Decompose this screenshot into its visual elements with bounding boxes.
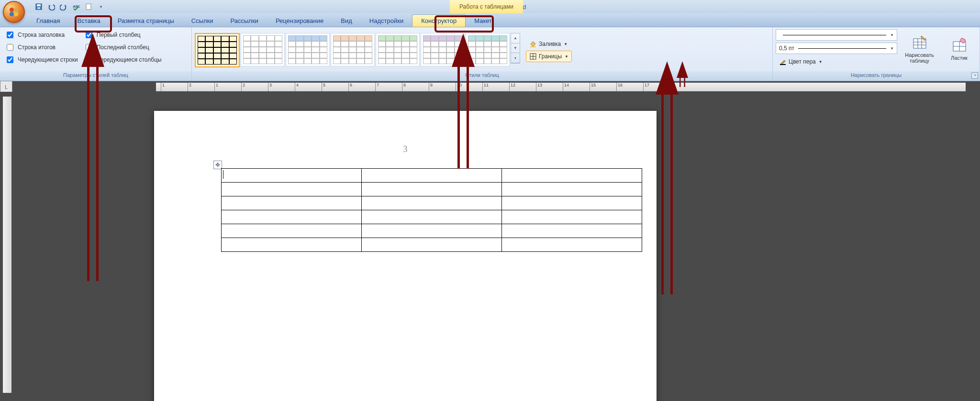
contextual-tab-title: Работа с таблицами: [450, 0, 523, 13]
tab-addins[interactable]: Надстройки: [361, 15, 412, 27]
pen-icon: [779, 58, 787, 65]
tab-home[interactable]: Главная: [28, 15, 68, 27]
group-label-styles: Стили таблиц: [192, 71, 772, 81]
chevron-down-icon: ▼: [890, 46, 894, 51]
page-number: 3: [403, 144, 408, 154]
svg-text:ABC: ABC: [73, 4, 80, 9]
table-style-item[interactable]: [286, 33, 330, 66]
spellcheck-icon: ABC: [72, 3, 80, 11]
chevron-down-icon: ▼: [564, 42, 568, 46]
group-label-options: Параметры стилей таблиц: [0, 71, 191, 81]
new-doc-button[interactable]: [83, 1, 94, 12]
chk-banded-rows[interactable]: Чередующиеся строки: [5, 55, 78, 65]
borders-icon: [529, 53, 537, 60]
svg-rect-6: [37, 7, 40, 9]
group-draw-borders: ▼ 0,5 пт▼ Цвет пера▼ Нарисовать таблицу …: [773, 27, 980, 81]
table-row[interactable]: [222, 210, 642, 224]
chk-header-row[interactable]: Строка заголовка: [5, 30, 78, 40]
chevron-down-icon: ▼: [890, 33, 894, 37]
tab-insert[interactable]: Вставка: [68, 15, 109, 27]
gallery-down-icon[interactable]: ▼: [511, 43, 520, 54]
ribbon-tabs: Главная Вставка Разметка страницы Ссылки…: [0, 13, 980, 27]
quick-access-toolbar: ABC ▼: [33, 1, 106, 12]
gallery-up-icon[interactable]: ▲: [511, 33, 520, 43]
undo-icon: [47, 3, 55, 11]
tab-references[interactable]: Ссылки: [183, 15, 222, 27]
redo-button[interactable]: [58, 1, 69, 12]
tab-mailings[interactable]: Рассылки: [222, 15, 267, 27]
pen-color-button[interactable]: Цвет пера▼: [776, 56, 897, 67]
draw-table-icon: [912, 35, 927, 50]
tab-review[interactable]: Рецензирование: [267, 15, 332, 27]
office-logo-icon: [9, 7, 19, 17]
svg-rect-5: [37, 4, 41, 6]
group-table-styles: ▲▼▾ Заливка▼ Границы▼ Стили таблиц: [192, 27, 773, 81]
table-style-item[interactable]: [376, 33, 420, 66]
redo-icon: [60, 3, 67, 11]
table-row[interactable]: [222, 183, 642, 196]
save-icon: [35, 3, 43, 11]
tab-table-design[interactable]: Конструктор: [412, 14, 466, 27]
svg-rect-8: [86, 4, 91, 10]
gallery-scroll[interactable]: ▲▼▾: [511, 33, 520, 64]
tab-view[interactable]: Вид: [332, 15, 361, 27]
save-button[interactable]: [33, 1, 44, 12]
document-table[interactable]: [221, 168, 642, 252]
tab-table-layout[interactable]: Макет: [466, 15, 501, 27]
svg-point-2: [10, 12, 14, 16]
horizontal-ruler[interactable]: 121234567891011121314151617: [156, 83, 966, 91]
tab-page-layout[interactable]: Разметка страницы: [109, 15, 183, 27]
table-row[interactable]: [222, 238, 642, 252]
group-label-draw: Нарисовать границы↘: [773, 71, 980, 81]
dialog-launcher-icon[interactable]: ↘: [971, 72, 978, 79]
table-style-item[interactable]: [195, 33, 240, 67]
borders-button[interactable]: Границы▼: [526, 51, 572, 62]
table-style-gallery[interactable]: ▲▼▾: [195, 33, 520, 67]
new-doc-icon: [85, 3, 92, 11]
paint-bucket-icon: [529, 40, 537, 48]
svg-rect-9: [530, 46, 536, 47]
chevron-down-icon: ▼: [819, 60, 823, 64]
table-row[interactable]: [222, 224, 642, 238]
table-row[interactable]: [222, 169, 642, 183]
ribbon: Строка заголовка Строка итогов Чередующи…: [0, 27, 980, 81]
gallery-more-icon[interactable]: ▾: [511, 53, 520, 63]
eraser-icon: [952, 38, 967, 53]
text-cursor: [223, 170, 223, 179]
group-table-style-options: Строка заголовка Строка итогов Чередующи…: [0, 27, 192, 81]
document-page[interactable]: 3 ✥: [154, 111, 657, 401]
title-bar: ABC ▼ док.docx - Microsoft Word Работа с…: [0, 0, 980, 13]
table-style-item[interactable]: [466, 33, 510, 66]
chk-total-row[interactable]: Строка итогов: [5, 43, 78, 52]
chk-banded-cols[interactable]: Чередующиеся столбцы: [84, 55, 162, 65]
eraser-button[interactable]: Ластик: [942, 29, 977, 69]
spellcheck-button[interactable]: ABC: [71, 1, 81, 12]
shading-button[interactable]: Заливка▼: [526, 38, 572, 50]
svg-point-3: [14, 12, 18, 16]
chk-first-col[interactable]: Первый столбец: [84, 30, 162, 40]
qat-customize-button[interactable]: ▼: [96, 1, 106, 12]
table-style-item[interactable]: [241, 33, 285, 66]
table-style-item[interactable]: [331, 33, 375, 66]
office-button[interactable]: [3, 1, 25, 23]
ruler-area: L 121234567891011121314151617: [0, 81, 980, 93]
chk-last-col[interactable]: Последний столбец: [84, 43, 162, 52]
document-area: 3 ✥: [0, 92, 980, 401]
svg-point-0: [10, 8, 14, 12]
table-row[interactable]: [222, 196, 642, 210]
undo-button[interactable]: [46, 1, 56, 12]
pen-weight-select[interactable]: 0,5 пт▼: [776, 43, 897, 54]
draw-table-button[interactable]: Нарисовать таблицу: [902, 29, 937, 69]
svg-point-1: [14, 8, 18, 12]
chevron-down-icon: ▼: [565, 54, 568, 59]
svg-rect-13: [780, 64, 786, 65]
vertical-ruler[interactable]: [3, 97, 11, 393]
pen-style-select[interactable]: ▼: [776, 29, 897, 41]
table-style-item[interactable]: [421, 33, 465, 66]
